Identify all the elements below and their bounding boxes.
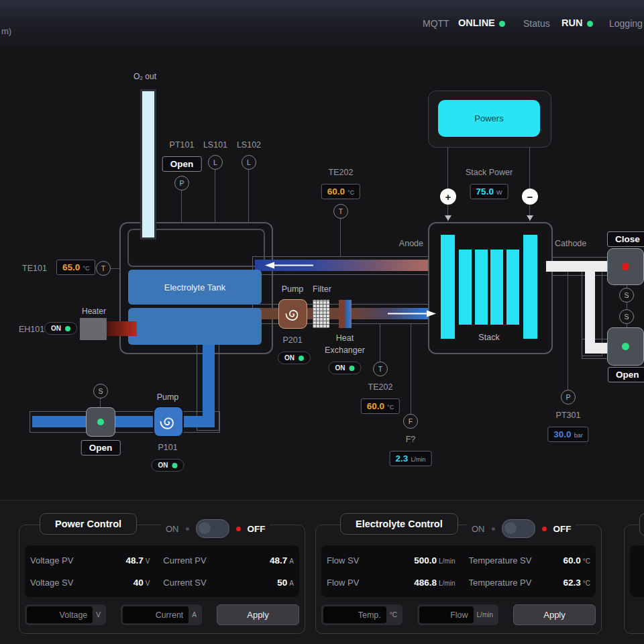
power-line-plus — [447, 146, 448, 221]
te202-bottom-value-box: 60.0 °C — [361, 398, 400, 414]
tank-liquid-lower — [128, 308, 262, 345]
valve-open-dot — [97, 419, 104, 425]
flow-pv-value: 486.8L/min — [388, 576, 455, 588]
current-input[interactable] — [123, 606, 189, 623]
te202-bottom-label: TE202 — [368, 382, 393, 392]
cathode-valve-top[interactable] — [607, 248, 644, 285]
table-row: Voltage SV 40V Current SV 50A — [30, 576, 294, 588]
heat-exchanger-label-2: Exchanger — [325, 345, 365, 355]
voltage-input-unit: V — [93, 611, 104, 619]
off-indicator-dot — [236, 527, 241, 531]
stack-cell — [490, 250, 503, 325]
flow-sensor-label: F? — [406, 435, 416, 444]
ls102-connector-line — [248, 170, 249, 225]
stack-power-value-box: 75.0 W — [470, 184, 508, 199]
temperature-sensor-icon: T — [373, 362, 388, 376]
pt301-label: PT301 — [556, 411, 581, 420]
tank-outlet-valve[interactable] — [86, 407, 115, 437]
flow-value: 2.3 — [396, 453, 409, 464]
temperature-pv-label: Temperature PV — [455, 578, 546, 588]
feed-pipe-seg3 — [329, 308, 339, 319]
current-pv-value: 48.7A — [241, 554, 294, 566]
electrolyte-data-box: Flow SV 500.0L/min Temperature SV 60.0°C… — [321, 545, 596, 597]
flow-arrow-right-icon — [386, 309, 437, 318]
tank-liquid-upper: Electrolyte Tank — [128, 270, 262, 305]
window-title-partial: m) — [1, 26, 11, 36]
filter-icon[interactable] — [313, 300, 329, 328]
flow-sv-label: Flow SV — [327, 555, 388, 566]
te101-connector-line — [111, 268, 119, 269]
p101-on-indicator: ON — [152, 459, 184, 472]
current-input-unit: A — [189, 611, 200, 619]
flow-input-unit: L/min — [474, 611, 496, 619]
valve-closed-dot — [622, 263, 629, 270]
stack-power-value: 75.0 — [476, 186, 494, 197]
pt301-value: 30.0 — [553, 429, 571, 439]
eh101-label: EH101 — [19, 325, 44, 334]
level-sensor-icon: L — [208, 155, 223, 170]
ls101-connector-line — [215, 170, 215, 225]
arrowhead-down-icon — [445, 215, 451, 221]
pump101-icon[interactable] — [153, 406, 184, 437]
pressure-sensor-icon: P — [174, 176, 189, 191]
stack-cell — [459, 250, 472, 325]
plus-terminal-icon[interactable]: + — [440, 189, 456, 205]
on-label: ON — [472, 524, 485, 534]
electrolyte-input-row: °C L/min Apply — [321, 604, 596, 625]
power-apply-button[interactable]: Apply — [217, 604, 299, 625]
cathode-label: Cathode — [555, 239, 586, 248]
electrolyte-control-toggle-row: ON OFF — [468, 519, 576, 538]
third-control-panel: An — [624, 525, 644, 634]
te101-unit: °C — [83, 265, 89, 272]
tank-outlet-open-button[interactable]: Open — [81, 440, 121, 455]
eh101-green-dot — [65, 326, 70, 331]
power-toggle[interactable] — [196, 519, 229, 538]
pump201-icon[interactable] — [278, 299, 307, 329]
status-run-dot — [587, 21, 593, 27]
te101-value: 65.0 — [62, 262, 80, 272]
pump101-label: Pump — [157, 392, 179, 402]
te202-bottom-connector-line — [380, 323, 380, 362]
voltage-sv-value: 40V — [92, 576, 150, 588]
minus-terminal-icon[interactable]: − — [522, 189, 538, 205]
current-input-group: A — [121, 604, 202, 625]
voltage-input[interactable] — [27, 606, 93, 623]
electrolyte-toggle[interactable] — [502, 519, 535, 538]
arrowhead-down-icon — [527, 215, 533, 221]
pt101-open-button[interactable]: Open — [162, 156, 202, 172]
mqtt-label: MQTT — [423, 18, 449, 29]
cathode-close-button[interactable]: Close — [607, 231, 644, 247]
valve-sensor-line — [100, 398, 101, 407]
electrolyte-apply-button[interactable]: Apply — [513, 604, 596, 625]
pt301-unit: bar — [574, 432, 583, 439]
te101-label: TE101 — [22, 264, 47, 273]
flow-sensor-connector-line — [411, 323, 411, 414]
voltage-pv-value: 48.7V — [92, 554, 150, 566]
power-control-toggle-row: ON OFF — [162, 519, 270, 538]
eh101-on-indicator: ON — [44, 322, 77, 335]
flow-input-group: L/min — [417, 604, 498, 625]
flow-arrow-left-icon — [264, 261, 315, 270]
cathode-open-button[interactable]: Open — [608, 367, 644, 382]
voltage-sv-label: Voltage SV — [30, 578, 92, 588]
temperature-input[interactable] — [323, 606, 386, 623]
third-panel-title — [639, 513, 644, 536]
tank-outlet-pipe-vertical — [203, 343, 215, 427]
ls101-label: LS101 — [203, 140, 227, 150]
heat-exchanger-on-indicator: ON — [329, 362, 362, 374]
temperature-sensor-icon: T — [96, 261, 111, 276]
p101-green-dot — [172, 463, 178, 468]
flow-input[interactable] — [419, 606, 474, 623]
temperature-sv-value: 60.0°C — [546, 554, 590, 566]
heat-exchanger-icon[interactable] — [339, 300, 352, 328]
flow-pv-label: Flow PV — [327, 578, 388, 588]
cathode-valve-bottom[interactable] — [607, 327, 644, 366]
pressure-sensor-icon: P — [561, 390, 576, 405]
pt101-connector-line — [181, 191, 182, 225]
stack-cell — [475, 250, 488, 325]
power-data-box: Voltage PV 48.7V Current PV 48.7A Voltag… — [25, 545, 299, 597]
te202-bottom-value: 60.0 — [367, 401, 384, 411]
powers-button[interactable]: Powers — [438, 100, 540, 137]
status-label: Status — [523, 18, 550, 29]
heater-body[interactable] — [80, 318, 107, 340]
